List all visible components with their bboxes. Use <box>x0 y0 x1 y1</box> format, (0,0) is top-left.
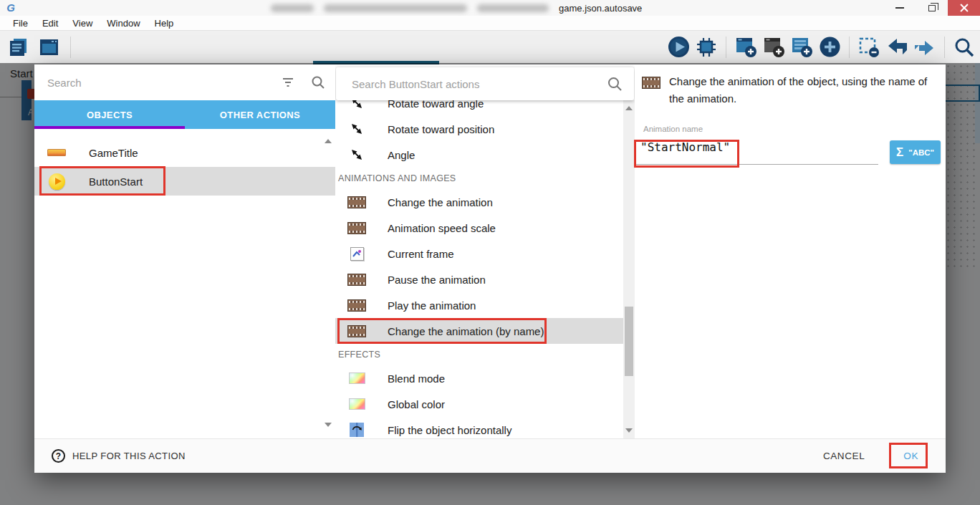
window-controls <box>883 0 980 16</box>
scroll-up-icon[interactable] <box>625 106 633 110</box>
action-item[interactable]: Global color <box>335 391 623 417</box>
search-icon[interactable] <box>953 36 976 59</box>
action-item[interactable]: Animation speed scale <box>335 215 623 241</box>
add-external-layout-icon[interactable] <box>762 36 785 59</box>
redacted-title-segment <box>271 4 314 12</box>
object-search-input[interactable] <box>47 77 275 89</box>
close-icon[interactable] <box>948 0 980 16</box>
filter-icon[interactable] <box>281 77 295 88</box>
play-button-thumbnail <box>49 173 65 190</box>
dialog-footer: HELP FOR THIS ACTION CANCEL OK <box>34 438 946 473</box>
minimize-icon[interactable] <box>883 0 916 16</box>
section-header-animations: ANIMATIONS AND IMAGES <box>335 168 623 189</box>
animation-name-label: Animation name <box>643 125 703 133</box>
film-icon <box>347 325 366 337</box>
restore-icon[interactable] <box>916 0 948 16</box>
app-window: game.json.autosave File Edit View Window… <box>0 0 980 505</box>
search-icon[interactable] <box>311 75 325 90</box>
animation-name-input[interactable] <box>640 140 870 154</box>
redacted-title-segment <box>477 4 549 12</box>
menu-window[interactable]: Window <box>100 16 147 31</box>
action-item[interactable]: Current frame <box>335 241 623 266</box>
film-icon <box>347 222 366 234</box>
abc-label: "ABC" <box>908 148 934 157</box>
sigma-icon: Σ <box>896 145 903 160</box>
toolbar-separator <box>726 37 726 58</box>
main-toolbar <box>0 31 980 63</box>
redo-icon[interactable] <box>913 36 936 59</box>
ok-button[interactable]: OK <box>893 445 928 467</box>
window-title-text: game.json.autosave <box>559 3 642 14</box>
film-icon <box>642 77 660 89</box>
cancel-button[interactable]: CANCEL <box>823 451 865 461</box>
action-list-scrollbar[interactable] <box>623 100 635 438</box>
section-header-effects: EFFECTS <box>335 344 623 365</box>
object-search-row <box>34 64 335 100</box>
action-list: Rotate toward angle Rotate toward positi… <box>335 90 623 438</box>
add-events-icon[interactable] <box>790 36 813 59</box>
scene-window-icon[interactable] <box>37 36 60 59</box>
menu-file[interactable]: File <box>6 16 35 31</box>
tab-objects[interactable]: OBJECTS <box>34 100 185 129</box>
game-title-thumbnail <box>47 149 66 156</box>
animation-name-field <box>635 135 878 165</box>
scroll-up-icon[interactable] <box>325 139 332 143</box>
redacted-title-segment <box>324 4 467 12</box>
add-circle-icon[interactable] <box>818 36 841 59</box>
title-bar: game.json.autosave <box>0 0 980 16</box>
action-item[interactable]: Change the animation <box>335 189 623 215</box>
menu-view[interactable]: View <box>65 16 100 31</box>
undo-icon[interactable] <box>885 36 908 59</box>
action-item[interactable]: Rotate toward position <box>335 116 623 142</box>
search-icon[interactable] <box>607 76 623 92</box>
list-item-gametitle[interactable]: GameTitle <box>34 138 335 167</box>
scrollbar-thumb[interactable] <box>625 307 633 376</box>
flip-icon <box>347 423 366 437</box>
film-icon <box>347 196 366 208</box>
play-icon[interactable] <box>667 36 690 59</box>
gdevelop-logo-icon <box>0 0 21 16</box>
menu-edit[interactable]: Edit <box>35 16 65 31</box>
debug-icon[interactable] <box>695 36 718 59</box>
list-item-buttonstart[interactable]: ButtonStart <box>34 167 335 196</box>
action-item-change-animation-by-name[interactable]: Change the animation (by name) <box>335 318 623 344</box>
menu-help[interactable]: Help <box>148 16 181 31</box>
action-item[interactable]: Blend mode <box>335 365 623 391</box>
action-item[interactable]: Play the animation <box>335 292 623 318</box>
action-item[interactable]: Angle <box>335 142 623 168</box>
events-editor-background: Start P A <box>0 63 980 505</box>
field-underline <box>636 164 878 165</box>
expression-editor-button[interactable]: Σ "ABC" <box>890 140 941 164</box>
frame-icon <box>350 247 364 261</box>
add-object-window-icon[interactable] <box>734 36 757 59</box>
question-circle-icon <box>52 449 65 463</box>
action-editor-dialog: OBJECTS OTHER ACTIONS GameTitle ButtonSt… <box>34 64 946 473</box>
toolbar-separator <box>944 37 945 58</box>
color-icon <box>349 398 365 410</box>
rotate-icon <box>347 122 366 136</box>
film-icon <box>347 299 366 312</box>
window-title: game.json.autosave <box>271 0 642 16</box>
action-list-panel: Rotate toward angle Rotate toward positi… <box>335 64 635 438</box>
rotate-icon <box>347 148 366 162</box>
toolbar-separator <box>849 37 850 58</box>
action-description: Change the animation of the object, usin… <box>669 73 936 107</box>
action-item[interactable]: Pause the animation <box>335 266 623 292</box>
menu-bar: File Edit View Window Help <box>0 16 980 31</box>
color-icon <box>349 372 365 384</box>
object-list: GameTitle ButtonStart <box>34 129 335 438</box>
film-icon <box>347 274 366 286</box>
tab-other-actions[interactable]: OTHER ACTIONS <box>185 100 335 129</box>
toolbar-separator <box>70 37 71 58</box>
action-parameters-panel: Change the animation of the object, usin… <box>635 64 946 438</box>
scroll-down-icon[interactable] <box>325 423 332 427</box>
project-manager-icon[interactable] <box>7 36 30 59</box>
object-selector-panel: OBJECTS OTHER ACTIONS GameTitle ButtonSt… <box>34 64 335 438</box>
help-for-this-action-button[interactable]: HELP FOR THIS ACTION <box>52 449 186 463</box>
action-search-input[interactable] <box>352 78 607 90</box>
remove-instance-icon[interactable] <box>858 36 880 59</box>
action-item[interactable]: Flip the object horizontally <box>335 417 623 438</box>
selector-tabs: OBJECTS OTHER ACTIONS <box>34 100 335 129</box>
action-search-row <box>336 67 634 100</box>
scroll-down-icon[interactable] <box>625 428 633 433</box>
